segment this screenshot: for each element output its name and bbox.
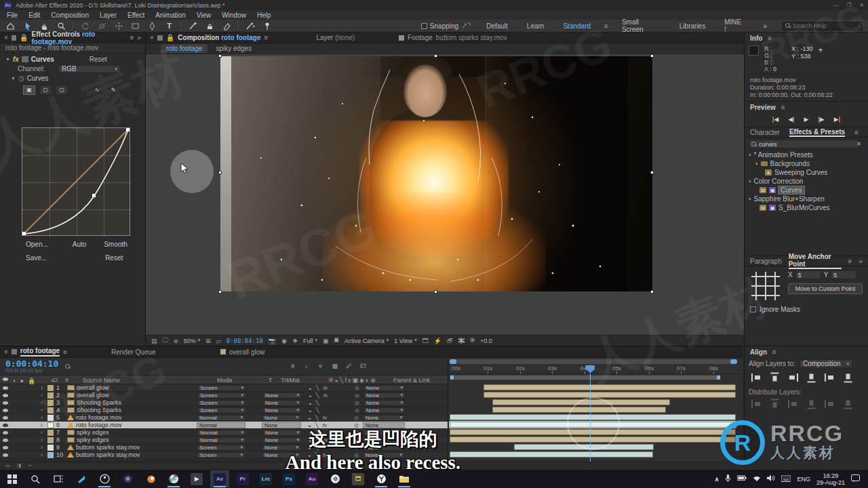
panel-menu-icon[interactable]: ≡ [264, 34, 269, 41]
mode-dropdown[interactable]: Normal▾ [197, 437, 246, 443]
tray-clock[interactable]: 16:2929-Aug-21 [816, 472, 845, 486]
layer-row-7[interactable]: › 7 spiky edges Normal▾ None▾ ◒╲ ◎ None▾ [0, 429, 448, 436]
layer-row-8[interactable]: › 8 spiky edges Normal▾ None▾ ◒╲fx ◎ Non… [0, 436, 448, 444]
trkmat-dropdown[interactable]: None▾ [262, 445, 301, 451]
tree-curves-selected[interactable]: Curves [778, 186, 804, 194]
pan-behind-tool-icon[interactable] [113, 21, 124, 30]
minimize-button[interactable]: — [833, 2, 838, 8]
tree-blurmocurves[interactable]: S_BlurMoCurves [778, 204, 830, 211]
tab-character[interactable]: Character [750, 129, 780, 136]
composition-mini-flowchart-icon[interactable]: ⋔ [290, 363, 296, 369]
roi-icon[interactable]: ▣ [323, 338, 329, 344]
layer-name[interactable]: roto footage.mov [76, 422, 191, 428]
selection-handle[interactable] [218, 171, 222, 174]
twirl-down-icon[interactable]: ▼ [11, 76, 16, 81]
menu-window[interactable]: Window [222, 12, 246, 19]
next-frame-button[interactable]: |▶ [818, 116, 824, 123]
workspace-learn[interactable]: Learn [517, 22, 554, 30]
ignore-masks-checkbox[interactable] [750, 306, 756, 312]
align-h-center-button[interactable] [771, 373, 779, 383]
panel-menu-icon[interactable]: ≡ [772, 348, 776, 356]
snapping-checkbox[interactable] [421, 23, 427, 29]
label-color[interactable] [47, 385, 54, 391]
layer-name[interactable]: buttom sparks stay.mov [76, 451, 191, 458]
eye-icon[interactable] [3, 453, 8, 457]
tray-volume-icon[interactable] [767, 474, 775, 483]
selection-handle[interactable] [218, 290, 222, 293]
trkmat-dropdown[interactable]: None▾ [262, 400, 302, 406]
label-color[interactable] [47, 400, 54, 406]
after-effects-taskbar-icon[interactable]: Ae [210, 470, 229, 487]
tree-sweeping-curves[interactable]: Sweeping Curves [774, 169, 827, 176]
mode-dropdown[interactable]: Screen▾ [197, 400, 246, 406]
mode-dropdown[interactable]: Screen▾ [197, 385, 246, 391]
layer-row-1[interactable]: › 1 overall glow Screen▾ ◒╲fx ◎ None▾ [0, 384, 448, 392]
pickwhip-icon[interactable]: ◎ [355, 392, 359, 399]
graph-editor-icon[interactable]: 🗠 [360, 363, 366, 369]
workspace-libraries[interactable]: Libraries [670, 22, 715, 30]
workspace-default[interactable]: Default [477, 22, 517, 30]
lightroom-classic-icon[interactable]: Lrc [256, 470, 275, 487]
workspace-menu-icon[interactable]: ≡ [600, 22, 612, 30]
mode-dropdown[interactable]: Normal▾ [197, 430, 246, 436]
trkmat-dropdown[interactable]: None▾ [262, 437, 302, 443]
curves-open-button[interactable]: Open... [26, 241, 48, 248]
tree-sapphire[interactable]: Sapphire Blur+Sharpen [754, 195, 825, 203]
audition-icon[interactable]: Au [302, 470, 321, 487]
pickwhip-icon[interactable]: ◎ [354, 422, 359, 428]
mask-visibility-icon[interactable]: ▱ [216, 338, 221, 344]
timeline-timecode[interactable]: 0:00:04:10 [5, 359, 58, 369]
toggle-transfer-icon[interactable]: ◨ [17, 463, 22, 468]
panel-menu-icon[interactable]: ≡ [768, 35, 772, 42]
search-help-input[interactable] [783, 22, 863, 30]
comp-flowchart-icon[interactable]: 🞸 [458, 338, 465, 344]
premiere-icon[interactable]: Pr [233, 470, 252, 487]
comp-timecode[interactable]: 0:00:04:10 [226, 338, 263, 344]
parent-dropdown[interactable]: None▾ [363, 392, 406, 399]
view-layout-dropdown[interactable]: 1 View▾ [394, 338, 416, 344]
parent-dropdown[interactable]: None▾ [363, 385, 406, 391]
menu-layer[interactable]: Layer [100, 12, 117, 19]
eye-icon[interactable] [3, 424, 8, 427]
trkmat-dropdown[interactable]: None▾ [262, 392, 302, 399]
menu-effect[interactable]: Effect [127, 12, 144, 19]
grid-guides-icon[interactable]: ⊞ [205, 338, 211, 344]
y-app-icon[interactable] [372, 470, 391, 487]
stopwatch-icon[interactable]: ◷ [18, 75, 24, 82]
snapshot-icon[interactable]: 📷 [269, 338, 276, 344]
anchor-point-grid[interactable] [750, 270, 781, 302]
monitor-icon[interactable]: 🖵 [163, 337, 169, 344]
resolution-dropdown[interactable]: Full▾ [303, 338, 317, 344]
tree-animation-presets[interactable]: * Animation Presets [754, 151, 813, 159]
panel-menu-icon[interactable]: ≡ [781, 104, 785, 111]
pen-tool-icon[interactable] [147, 21, 158, 30]
curve-box2-button[interactable]: ◻ [56, 85, 68, 95]
panel-menu-icon[interactable]: ≡ [854, 129, 859, 136]
curve-box-button[interactable]: ◻ [39, 85, 52, 95]
label-color[interactable] [47, 415, 54, 421]
work-area-bar[interactable] [450, 375, 721, 380]
clear-search-icon[interactable]: ✕ [856, 141, 861, 147]
task-view-icon[interactable] [49, 470, 68, 487]
channel-icon[interactable]: ❖ [292, 338, 298, 344]
curves-auto-button[interactable]: Auto [73, 241, 87, 248]
tab-composition[interactable]: Composition roto footage [178, 34, 260, 41]
tab-move-anchor-point[interactable]: Move Anchor Point [789, 253, 842, 269]
eye-icon[interactable] [3, 409, 8, 412]
label-color[interactable] [47, 407, 54, 413]
frame-blending-icon[interactable]: ▩ [332, 363, 338, 369]
pickwhip-icon[interactable]: ◎ [355, 407, 359, 413]
layer-row-6-selected[interactable]: › 6 roto footage.mov Normal▾ None▾ ◒╲fx … [0, 422, 448, 429]
pencil-icon[interactable]: ✎ [107, 85, 119, 95]
curves-smooth-button[interactable]: Smooth [104, 241, 127, 248]
curves-reset-button[interactable]: Reset [105, 254, 123, 262]
panel-menu-icon[interactable]: ≡ [848, 258, 852, 265]
draft-3d-icon[interactable]: 🝔 [303, 363, 309, 369]
pickwhip-icon[interactable]: ◎ [354, 452, 359, 458]
tree-color-correction[interactable]: Color Correction [754, 178, 804, 185]
play-button[interactable]: ▶ [804, 116, 809, 123]
eye-icon[interactable] [3, 431, 8, 434]
tray-battery-icon[interactable] [737, 475, 747, 483]
trkmat-dropdown[interactable]: None▾ [262, 430, 302, 436]
hide-shy-layers-icon[interactable]: 🜃 [317, 363, 323, 369]
